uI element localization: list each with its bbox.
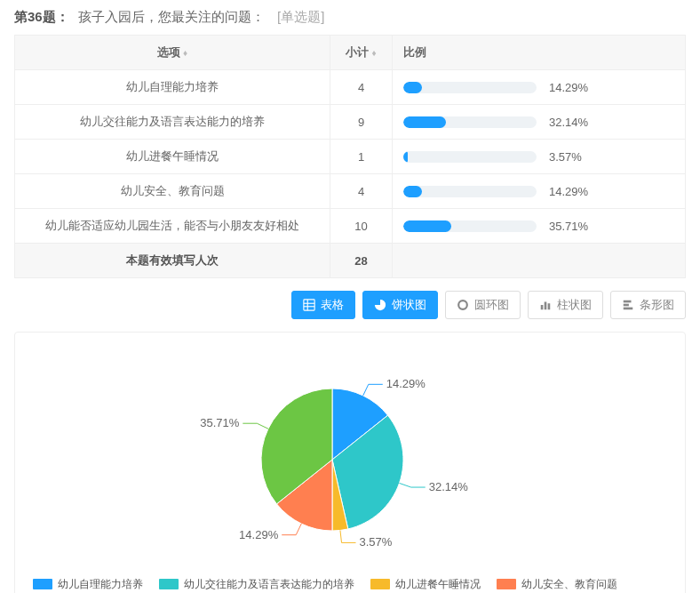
chart-panel: 14.29%32.14%3.57%14.29%35.71% 幼儿自理能力培养幼儿… <box>14 332 686 593</box>
ratio-pct: 14.29% <box>549 185 602 198</box>
pie-slice-label: 35.71% <box>200 416 240 429</box>
ratio-cell: 35.71% <box>393 209 686 244</box>
legend-label: 幼儿安全、教育问题 <box>521 574 617 593</box>
option-cell: 幼儿自理能力培养 <box>15 70 330 105</box>
donut-icon <box>457 299 469 311</box>
total-count: 28 <box>330 244 393 278</box>
pie-slice-label: 14.29% <box>386 377 426 390</box>
col-option-header[interactable]: 选项♦ <box>15 36 330 70</box>
option-cell: 幼儿交往能力及语言表达能力的培养 <box>15 105 330 140</box>
table-total-row: 本题有效填写人次28 <box>15 244 686 278</box>
legend-label: 幼儿进餐午睡情况 <box>395 574 481 593</box>
pie-slice-label: 3.57% <box>360 535 393 549</box>
sort-icon: ♦ <box>371 48 376 58</box>
table-row: 幼儿进餐午睡情况13.57% <box>15 140 686 174</box>
hbar-button[interactable]: 条形图 <box>610 291 686 319</box>
legend-item[interactable]: 幼儿进餐午睡情况 <box>370 574 481 593</box>
pie-slice-label: 32.14% <box>429 480 469 493</box>
ratio-bar: 14.29% <box>403 81 674 94</box>
ratio-bar: 35.71% <box>403 220 674 233</box>
hbar-icon <box>622 299 634 311</box>
ratio-cell: 32.14% <box>393 105 686 140</box>
question-text: 孩子入园后，您最关注的问题： <box>78 9 265 24</box>
legend-swatch <box>159 579 179 589</box>
ratio-bar: 3.57% <box>403 150 674 164</box>
table-row: 幼儿自理能力培养414.29% <box>15 70 686 105</box>
svg-rect-6 <box>545 302 547 310</box>
count-cell: 4 <box>330 70 393 105</box>
svg-point-4 <box>458 301 467 309</box>
question-number: 第36题： <box>14 9 69 24</box>
svg-rect-8 <box>624 301 632 303</box>
table-icon <box>303 299 315 311</box>
legend-label: 幼儿自理能力培养 <box>58 574 143 593</box>
bar-button[interactable]: 柱状图 <box>528 291 603 319</box>
option-cell: 幼儿能否适应幼儿园生活，能否与小朋友友好相处 <box>15 209 330 244</box>
legend-swatch <box>33 579 52 589</box>
donut-button[interactable]: 圆环图 <box>445 291 521 319</box>
option-cell: 幼儿安全、教育问题 <box>15 174 330 209</box>
legend-item[interactable]: 幼儿交往能力及语言表达能力的培养 <box>159 574 354 593</box>
legend-swatch <box>497 579 516 589</box>
chart-legend: 幼儿自理能力培养幼儿交往能力及语言表达能力的培养幼儿进餐午睡情况幼儿安全、教育问… <box>33 574 667 593</box>
ratio-bar: 14.29% <box>403 185 674 198</box>
svg-rect-0 <box>304 300 314 310</box>
ratio-pct: 3.57% <box>549 150 602 164</box>
ratio-cell: 14.29% <box>393 174 686 209</box>
legend-swatch <box>370 579 390 589</box>
question-title: 第36题： 孩子入园后，您最关注的问题： [单选题] <box>14 9 686 26</box>
table-row: 幼儿能否适应幼儿园生活，能否与小朋友友好相处1035.71% <box>15 209 686 244</box>
legend-item[interactable]: 幼儿自理能力培养 <box>33 574 143 593</box>
pie-button[interactable]: 饼状图 <box>362 291 438 319</box>
pie-chart: 14.29%32.14%3.57%14.29%35.71% <box>137 357 563 562</box>
table-row: 幼儿安全、教育问题414.29% <box>15 174 686 209</box>
count-cell: 1 <box>330 140 393 174</box>
ratio-cell: 14.29% <box>393 70 686 105</box>
svg-rect-10 <box>624 308 633 310</box>
table-button[interactable]: 表格 <box>291 291 355 319</box>
ratio-pct: 35.71% <box>549 220 602 233</box>
ratio-bar: 32.14% <box>403 116 674 129</box>
ratio-pct: 32.14% <box>549 116 602 129</box>
ratio-pct: 14.29% <box>549 81 602 94</box>
col-count-header[interactable]: 小计♦ <box>330 36 393 70</box>
table-row: 幼儿交往能力及语言表达能力的培养932.14% <box>15 105 686 140</box>
option-cell: 幼儿进餐午睡情况 <box>15 140 330 174</box>
svg-rect-5 <box>541 305 544 309</box>
count-cell: 9 <box>330 105 393 140</box>
chart-type-buttons: 表格 饼状图 圆环图 柱状图 条形图 <box>14 291 686 319</box>
legend-label: 幼儿交往能力及语言表达能力的培养 <box>184 574 354 593</box>
pie-slice-label: 14.29% <box>239 528 279 541</box>
sort-icon: ♦ <box>183 48 187 58</box>
legend-item[interactable]: 幼儿安全、教育问题 <box>497 574 617 593</box>
svg-rect-7 <box>548 303 551 309</box>
svg-rect-9 <box>624 304 629 307</box>
count-cell: 10 <box>330 209 393 244</box>
result-table: 选项♦ 小计♦ 比例 幼儿自理能力培养414.29%幼儿交往能力及语言表达能力的… <box>14 35 686 278</box>
bar-icon <box>539 299 552 311</box>
total-label: 本题有效填写人次 <box>15 244 330 278</box>
pie-icon <box>374 299 386 311</box>
ratio-cell: 3.57% <box>393 140 686 174</box>
count-cell: 4 <box>330 174 393 209</box>
col-ratio-header: 比例 <box>393 36 686 70</box>
question-type: [单选题] <box>277 9 324 24</box>
